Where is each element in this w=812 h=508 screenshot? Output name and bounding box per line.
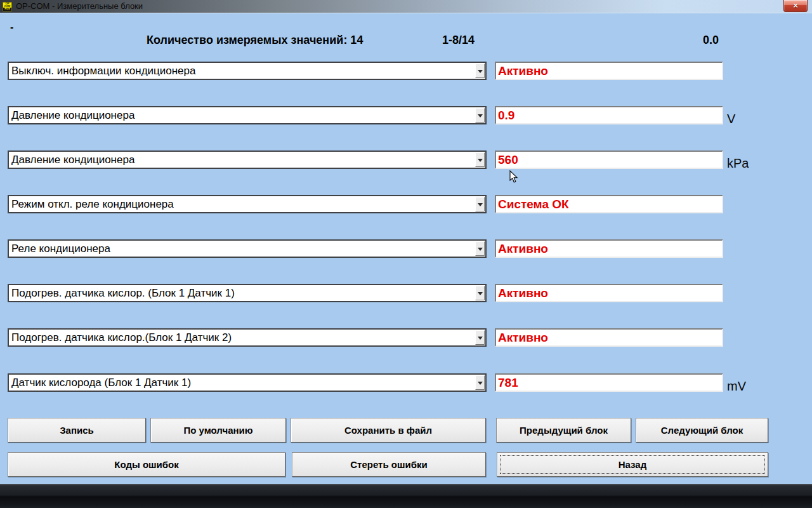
param-combobox-value: Давление кондиционера (11, 152, 473, 168)
value-text: Активно (498, 63, 548, 79)
chevron-down-icon (478, 337, 483, 342)
value-text: Система ОК (498, 196, 569, 213)
unit-label: kPa (727, 156, 749, 171)
unit-label: mV (727, 379, 746, 394)
value-field: Активно (495, 239, 723, 258)
measurement-row: Подогрев. датчика кислор. (Блок 1 Датчик… (0, 284, 812, 303)
chevron-down-icon (478, 159, 483, 164)
combo-dropdown-button[interactable] (475, 375, 485, 390)
param-combobox[interactable]: Подогрев. датчика кислор. (Блок 1 Датчик… (8, 284, 487, 302)
chevron-down-icon (478, 114, 483, 120)
aux-value: 0.0 (703, 34, 719, 47)
taskbar: µ e O OP COM RUS OP-COM LV K 34 (0, 484, 812, 508)
chevron-down-icon (478, 203, 483, 209)
param-combobox[interactable]: Давление кондиционера (8, 150, 487, 169)
value-text: Активно (498, 285, 548, 302)
param-combobox-value: Выключ. информации кондиционера (11, 64, 473, 79)
param-combobox-value: Подогрев. датчика кислор. (Блок 1 Датчик… (11, 286, 473, 302)
value-text: Активно (498, 330, 548, 346)
combo-dropdown-button[interactable] (475, 64, 485, 78)
previous-block-button[interactable]: Предыдущий блок (496, 418, 631, 443)
close-button[interactable]: × (783, 0, 808, 12)
focus-rectangle (500, 455, 765, 474)
measurement-row: Выключ. информации кондиционера Активно (0, 62, 812, 81)
error-codes-button[interactable]: Коды ошибок (8, 452, 285, 477)
close-icon: × (793, 1, 798, 10)
chevron-down-icon (478, 70, 483, 76)
param-combobox[interactable]: Подогрев. датчика кислор.(Блок 1 Датчик … (8, 328, 487, 347)
unit-label: V (727, 112, 735, 126)
record-button[interactable]: Запись (8, 418, 146, 443)
param-combobox[interactable]: Режим откл. реле кондиционера (8, 195, 487, 213)
param-combobox-value: Режим откл. реле кондиционера (11, 197, 473, 213)
combo-dropdown-button[interactable] (475, 286, 485, 300)
opcom-icon-line: RUS (3, 8, 11, 10)
chevron-down-icon (478, 248, 483, 253)
measured-values-count: Количество измеряемых значений: 14 (147, 34, 363, 47)
value-field: Активно (495, 62, 723, 80)
value-text: Активно (498, 241, 548, 257)
value-text: 0.9 (498, 107, 514, 124)
value-field: 781 (495, 373, 723, 392)
combo-dropdown-button[interactable] (475, 197, 485, 211)
param-combobox-value: Реле кондиционера (11, 241, 473, 257)
param-combobox[interactable]: Реле кондиционера (8, 239, 487, 258)
mouse-cursor (509, 170, 518, 184)
desktop-screen: OP COM RUS OP-COM - Измерительные блоки … (0, 0, 812, 508)
save-to-file-button[interactable]: Сохранить в файл (291, 418, 486, 443)
window-titlebar: OP COM RUS OP-COM - Измерительные блоки … (0, 0, 812, 13)
measurement-row: Давление кондиционера 0.9 V (0, 106, 812, 125)
measurement-row: Датчик кислорода (Блок 1 Датчик 1) 781 m… (0, 373, 812, 392)
combo-dropdown-button[interactable] (475, 108, 485, 123)
measurement-row: Подогрев. датчика кислор.(Блок 1 Датчик … (0, 328, 812, 347)
combo-dropdown-button[interactable] (475, 152, 485, 167)
value-text: 560 (498, 152, 518, 168)
clear-errors-button[interactable]: Стереть ошибки (292, 452, 486, 477)
measurement-row: Режим откл. реле кондиционера Система ОК (0, 195, 812, 214)
chevron-down-icon (478, 292, 483, 298)
param-combobox-value: Давление кондиционера (11, 108, 473, 124)
next-block-button[interactable]: Следующий блок (636, 418, 768, 443)
opcom-app-icon: OP COM RUS (3, 2, 12, 11)
chevron-down-icon (478, 382, 483, 387)
page-range: 1-8/14 (442, 34, 475, 47)
value-field: 0.9 (495, 106, 723, 124)
value-text: 781 (498, 375, 518, 391)
param-combobox-value: Датчик кислорода (Блок 1 Датчик 1) (11, 375, 473, 391)
measurement-row: Реле кондиционера Активно (0, 239, 812, 258)
param-combobox-value: Подогрев. датчика кислор.(Блок 1 Датчик … (11, 330, 473, 346)
param-combobox[interactable]: Давление кондиционера (8, 106, 487, 124)
window-title: OP-COM - Измерительные блоки (16, 0, 143, 13)
back-button[interactable]: Назад (497, 452, 768, 477)
combo-dropdown-button[interactable] (475, 241, 485, 256)
combo-dropdown-button[interactable] (475, 330, 485, 345)
measurement-row: Давление кондиционера 560 kPa (0, 150, 812, 170)
param-combobox[interactable]: Выключ. информации кондиционера (8, 62, 487, 80)
value-field: 560 (495, 150, 723, 169)
default-button[interactable]: По умолчанию (150, 418, 286, 443)
param-combobox[interactable]: Датчик кислорода (Блок 1 Датчик 1) (8, 373, 487, 392)
value-field: Активно (495, 284, 723, 302)
corner-dash: - (10, 22, 13, 33)
value-field: Система ОК (495, 195, 723, 213)
value-field: Активно (495, 328, 723, 347)
